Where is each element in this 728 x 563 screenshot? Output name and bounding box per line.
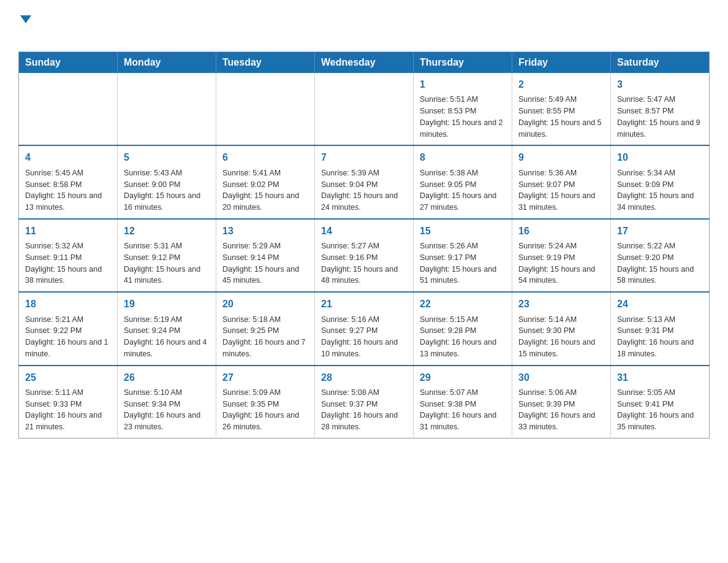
day-number: 22: [420, 297, 506, 311]
calendar-day-cell: 17Sunrise: 5:22 AM Sunset: 9:20 PM Dayli…: [611, 219, 710, 292]
logo: [18, 12, 31, 39]
day-number: 26: [124, 371, 210, 385]
day-info: Sunrise: 5:05 AM Sunset: 9:41 PM Dayligh…: [617, 387, 703, 433]
calendar-day-cell: [118, 73, 216, 145]
day-info: Sunrise: 5:26 AM Sunset: 9:17 PM Dayligh…: [420, 240, 506, 286]
calendar-day-cell: 14Sunrise: 5:27 AM Sunset: 9:16 PM Dayli…: [315, 219, 414, 292]
day-number: 30: [518, 371, 604, 385]
calendar-table: SundayMondayTuesdayWednesdayThursdayFrid…: [18, 52, 710, 439]
day-number: 24: [617, 297, 703, 311]
day-number: 6: [222, 151, 308, 164]
day-info: Sunrise: 5:14 AM Sunset: 9:30 PM Dayligh…: [518, 314, 604, 360]
column-header-tuesday: Tuesday: [216, 52, 315, 74]
calendar-day-cell: [315, 73, 414, 145]
calendar-week-row: 18Sunrise: 5:21 AM Sunset: 9:22 PM Dayli…: [19, 292, 710, 365]
day-number: 23: [518, 297, 604, 311]
calendar-day-cell: 21Sunrise: 5:16 AM Sunset: 9:27 PM Dayli…: [315, 292, 414, 365]
calendar-day-cell: 11Sunrise: 5:32 AM Sunset: 9:11 PM Dayli…: [19, 219, 118, 292]
column-header-monday: Monday: [118, 52, 216, 74]
day-info: Sunrise: 5:09 AM Sunset: 9:35 PM Dayligh…: [222, 387, 308, 433]
calendar-day-cell: 28Sunrise: 5:08 AM Sunset: 9:37 PM Dayli…: [315, 366, 414, 439]
calendar-day-cell: 13Sunrise: 5:29 AM Sunset: 9:14 PM Dayli…: [216, 219, 315, 292]
day-info: Sunrise: 5:29 AM Sunset: 9:14 PM Dayligh…: [222, 240, 308, 286]
day-number: 28: [321, 371, 407, 385]
calendar-day-cell: 24Sunrise: 5:13 AM Sunset: 9:31 PM Dayli…: [611, 292, 710, 365]
day-info: Sunrise: 5:11 AM Sunset: 9:33 PM Dayligh…: [25, 387, 111, 433]
day-number: 25: [25, 371, 111, 385]
day-info: Sunrise: 5:16 AM Sunset: 9:27 PM Dayligh…: [321, 314, 407, 360]
calendar-day-cell: 10Sunrise: 5:34 AM Sunset: 9:09 PM Dayli…: [611, 145, 710, 218]
calendar-day-cell: 31Sunrise: 5:05 AM Sunset: 9:41 PM Dayli…: [611, 366, 710, 439]
calendar-day-cell: 15Sunrise: 5:26 AM Sunset: 9:17 PM Dayli…: [414, 219, 512, 292]
day-number: 5: [124, 151, 210, 164]
calendar-week-row: 11Sunrise: 5:32 AM Sunset: 9:11 PM Dayli…: [19, 219, 710, 292]
calendar-day-cell: 12Sunrise: 5:31 AM Sunset: 9:12 PM Dayli…: [118, 219, 216, 292]
calendar-day-cell: 26Sunrise: 5:10 AM Sunset: 9:34 PM Dayli…: [118, 366, 216, 439]
day-number: 31: [617, 371, 703, 385]
day-info: Sunrise: 5:49 AM Sunset: 8:55 PM Dayligh…: [518, 94, 604, 140]
day-number: 7: [321, 151, 407, 164]
day-number: 1: [420, 78, 506, 91]
calendar-day-cell: 8Sunrise: 5:38 AM Sunset: 9:05 PM Daylig…: [414, 145, 512, 218]
day-info: Sunrise: 5:21 AM Sunset: 9:22 PM Dayligh…: [25, 314, 111, 360]
day-number: 10: [617, 151, 703, 164]
calendar-day-cell: 2Sunrise: 5:49 AM Sunset: 8:55 PM Daylig…: [512, 73, 611, 145]
calendar-day-cell: 30Sunrise: 5:06 AM Sunset: 9:39 PM Dayli…: [512, 366, 611, 439]
calendar-day-cell: 9Sunrise: 5:36 AM Sunset: 9:07 PM Daylig…: [512, 145, 611, 218]
day-info: Sunrise: 5:39 AM Sunset: 9:04 PM Dayligh…: [321, 167, 407, 213]
day-number: 12: [124, 224, 210, 238]
day-info: Sunrise: 5:08 AM Sunset: 9:37 PM Dayligh…: [321, 387, 407, 433]
column-header-saturday: Saturday: [611, 52, 710, 74]
calendar-week-row: 4Sunrise: 5:45 AM Sunset: 8:58 PM Daylig…: [19, 145, 710, 218]
day-info: Sunrise: 5:31 AM Sunset: 9:12 PM Dayligh…: [124, 240, 210, 286]
calendar-day-cell: 23Sunrise: 5:14 AM Sunset: 9:30 PM Dayli…: [512, 292, 611, 365]
day-info: Sunrise: 5:24 AM Sunset: 9:19 PM Dayligh…: [518, 240, 604, 286]
day-number: 17: [617, 224, 703, 238]
day-number: 11: [25, 224, 111, 238]
day-number: 15: [420, 224, 506, 238]
page-header: [18, 12, 710, 39]
calendar-day-cell: 1Sunrise: 5:51 AM Sunset: 8:53 PM Daylig…: [414, 73, 512, 145]
day-info: Sunrise: 5:43 AM Sunset: 9:00 PM Dayligh…: [124, 167, 210, 213]
calendar-day-cell: 16Sunrise: 5:24 AM Sunset: 9:19 PM Dayli…: [512, 219, 611, 292]
day-number: 21: [321, 297, 407, 311]
day-info: Sunrise: 5:47 AM Sunset: 8:57 PM Dayligh…: [617, 94, 703, 140]
day-number: 8: [420, 151, 506, 164]
day-number: 19: [124, 297, 210, 311]
day-number: 20: [222, 297, 308, 311]
day-number: 29: [420, 371, 506, 385]
calendar-day-cell: 18Sunrise: 5:21 AM Sunset: 9:22 PM Dayli…: [19, 292, 118, 365]
day-info: Sunrise: 5:18 AM Sunset: 9:25 PM Dayligh…: [222, 314, 308, 360]
calendar-day-cell: [216, 73, 315, 145]
calendar-day-cell: 6Sunrise: 5:41 AM Sunset: 9:02 PM Daylig…: [216, 145, 315, 218]
day-number: 4: [25, 151, 111, 164]
day-info: Sunrise: 5:13 AM Sunset: 9:31 PM Dayligh…: [617, 314, 703, 360]
column-header-wednesday: Wednesday: [315, 52, 414, 74]
calendar-week-row: 1Sunrise: 5:51 AM Sunset: 8:53 PM Daylig…: [19, 73, 710, 145]
day-info: Sunrise: 5:41 AM Sunset: 9:02 PM Dayligh…: [222, 167, 308, 213]
day-info: Sunrise: 5:36 AM Sunset: 9:07 PM Dayligh…: [518, 167, 604, 213]
calendar-day-cell: 7Sunrise: 5:39 AM Sunset: 9:04 PM Daylig…: [315, 145, 414, 218]
calendar-day-cell: 19Sunrise: 5:19 AM Sunset: 9:24 PM Dayli…: [118, 292, 216, 365]
calendar-week-row: 25Sunrise: 5:11 AM Sunset: 9:33 PM Dayli…: [19, 366, 710, 439]
day-info: Sunrise: 5:51 AM Sunset: 8:53 PM Dayligh…: [420, 94, 506, 140]
day-info: Sunrise: 5:19 AM Sunset: 9:24 PM Dayligh…: [124, 314, 210, 360]
calendar-day-cell: [19, 73, 118, 145]
logo-arrow-icon: [20, 15, 31, 23]
day-number: 14: [321, 224, 407, 238]
day-number: 2: [518, 78, 604, 91]
calendar-day-cell: 20Sunrise: 5:18 AM Sunset: 9:25 PM Dayli…: [216, 292, 315, 365]
day-info: Sunrise: 5:15 AM Sunset: 9:28 PM Dayligh…: [420, 314, 506, 360]
day-info: Sunrise: 5:27 AM Sunset: 9:16 PM Dayligh…: [321, 240, 407, 286]
day-info: Sunrise: 5:45 AM Sunset: 8:58 PM Dayligh…: [25, 167, 111, 213]
calendar-day-cell: 4Sunrise: 5:45 AM Sunset: 8:58 PM Daylig…: [19, 145, 118, 218]
day-info: Sunrise: 5:07 AM Sunset: 9:38 PM Dayligh…: [420, 387, 506, 433]
day-info: Sunrise: 5:22 AM Sunset: 9:20 PM Dayligh…: [617, 240, 703, 286]
column-header-sunday: Sunday: [19, 52, 118, 74]
calendar-day-cell: 27Sunrise: 5:09 AM Sunset: 9:35 PM Dayli…: [216, 366, 315, 439]
day-info: Sunrise: 5:38 AM Sunset: 9:05 PM Dayligh…: [420, 167, 506, 213]
calendar-day-cell: 5Sunrise: 5:43 AM Sunset: 9:00 PM Daylig…: [118, 145, 216, 218]
day-number: 27: [222, 371, 308, 385]
column-header-thursday: Thursday: [414, 52, 512, 74]
day-number: 13: [222, 224, 308, 238]
